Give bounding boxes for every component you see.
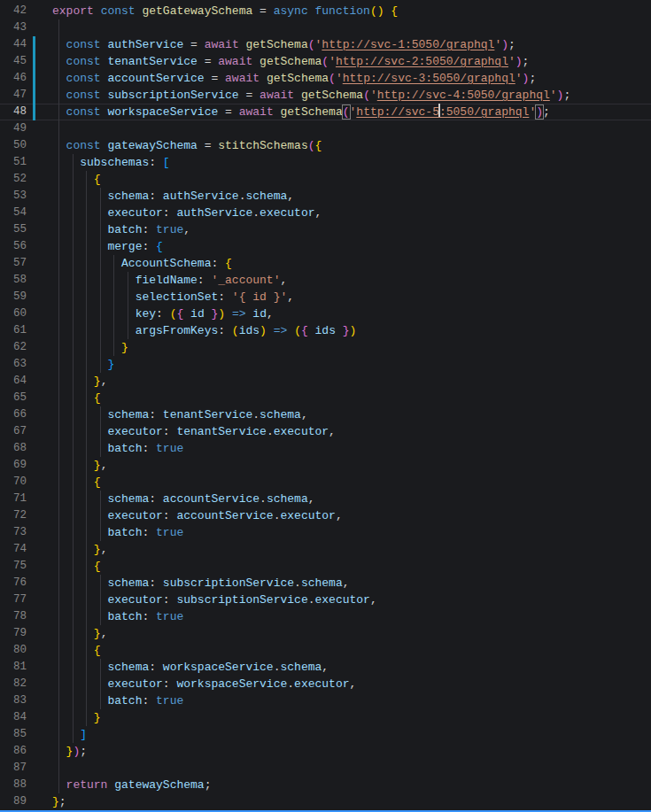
gutter[interactable]: 82 xyxy=(0,676,52,692)
code-line-57[interactable]: 57 AccountSchema: { xyxy=(0,255,651,272)
line-number[interactable]: 71 xyxy=(0,491,27,507)
line-number[interactable]: 79 xyxy=(0,625,27,642)
gutter[interactable]: 71 xyxy=(0,491,52,507)
code-line-63[interactable]: 63 } xyxy=(0,356,651,373)
gutter[interactable]: 88 xyxy=(0,777,52,793)
line-number[interactable]: 80 xyxy=(0,642,27,659)
line-number[interactable]: 55 xyxy=(0,221,27,238)
gutter[interactable]: 59 xyxy=(0,289,52,305)
gutter[interactable]: 49 xyxy=(0,120,52,137)
line-number[interactable]: 62 xyxy=(0,339,27,356)
code-line-72[interactable]: 72 executor: accountService.executor, xyxy=(0,507,651,524)
line-number[interactable]: 89 xyxy=(0,793,27,810)
code-line-74[interactable]: 74 }, xyxy=(0,541,651,558)
line-number[interactable]: 82 xyxy=(0,676,27,692)
code-line-71[interactable]: 71 schema: accountService.schema, xyxy=(0,491,651,507)
line-number[interactable]: 78 xyxy=(0,608,27,625)
code-line-84[interactable]: 84 } xyxy=(0,709,651,726)
code-line-44[interactable]: 44 const authService = await getSchema('… xyxy=(0,36,651,53)
line-number[interactable]: 72 xyxy=(0,507,27,524)
gutter[interactable]: 47 xyxy=(0,87,52,104)
line-number[interactable]: 42 xyxy=(0,3,27,19)
gutter[interactable]: 56 xyxy=(0,238,52,255)
code-line-58[interactable]: 58 fieldName: '_account', xyxy=(0,272,651,289)
gutter[interactable]: 42 xyxy=(0,3,52,19)
code-line-65[interactable]: 65 { xyxy=(0,390,651,406)
gutter[interactable]: 43 xyxy=(0,19,52,36)
line-number[interactable]: 69 xyxy=(0,457,27,474)
gutter[interactable]: 69 xyxy=(0,457,52,474)
gutter[interactable]: 73 xyxy=(0,524,52,541)
gutter[interactable]: 68 xyxy=(0,440,52,457)
code-line-80[interactable]: 80 { xyxy=(0,642,651,659)
code-line-50[interactable]: 50 const gatewaySchema = stitchSchemas({ xyxy=(0,137,651,154)
code-line-70[interactable]: 70 { xyxy=(0,474,651,491)
code-line-59[interactable]: 59 selectionSet: '{ id }', xyxy=(0,289,651,305)
line-number[interactable]: 65 xyxy=(0,390,27,406)
code-line-85[interactable]: 85 ] xyxy=(0,726,651,743)
gutter[interactable]: 74 xyxy=(0,541,52,558)
code-line-64[interactable]: 64 }, xyxy=(0,373,651,390)
gutter[interactable]: 89 xyxy=(0,793,52,810)
gutter[interactable]: 61 xyxy=(0,322,52,339)
code-line-67[interactable]: 67 executor: tenantService.executor, xyxy=(0,423,651,440)
line-number[interactable]: 64 xyxy=(0,373,27,390)
line-number[interactable]: 46 xyxy=(0,70,27,87)
line-number[interactable]: 54 xyxy=(0,205,27,221)
line-number[interactable]: 60 xyxy=(0,305,27,322)
gutter[interactable]: 81 xyxy=(0,659,52,676)
line-number[interactable]: 50 xyxy=(0,137,27,154)
gutter[interactable]: 45 xyxy=(0,53,52,70)
line-number[interactable]: 43 xyxy=(0,19,27,36)
gutter[interactable]: 65 xyxy=(0,390,52,406)
gutter[interactable]: 44 xyxy=(0,36,52,53)
gutter[interactable]: 66 xyxy=(0,406,52,423)
code-line-42[interactable]: 42export const getGatewaySchema = async … xyxy=(0,3,651,19)
line-number[interactable]: 57 xyxy=(0,255,27,272)
code-line-45[interactable]: 45 const tenantService = await getSchema… xyxy=(0,53,651,70)
code-line-83[interactable]: 83 batch: true xyxy=(0,692,651,709)
code-line-81[interactable]: 81 schema: workspaceService.schema, xyxy=(0,659,651,676)
code-line-49[interactable]: 49 xyxy=(0,120,651,137)
line-number[interactable]: 52 xyxy=(0,171,27,188)
line-number[interactable]: 83 xyxy=(0,692,27,709)
line-number[interactable]: 63 xyxy=(0,356,27,373)
code-line-60[interactable]: 60 key: ({ id }) => id, xyxy=(0,305,651,322)
line-number[interactable]: 85 xyxy=(0,726,27,743)
line-number[interactable]: 45 xyxy=(0,53,27,70)
code-line-47[interactable]: 47 const subscriptionService = await get… xyxy=(0,87,651,104)
gutter[interactable]: 86 xyxy=(0,743,52,760)
line-number[interactable]: 61 xyxy=(0,322,27,339)
line-number[interactable]: 75 xyxy=(0,558,27,575)
code-line-51[interactable]: 51 subschemas: [ xyxy=(0,154,651,171)
gutter[interactable]: 46 xyxy=(0,70,52,87)
gutter[interactable]: 60 xyxy=(0,305,52,322)
gutter[interactable]: 76 xyxy=(0,575,52,592)
code-line-62[interactable]: 62 } xyxy=(0,339,651,356)
code-line-88[interactable]: 88 return gatewaySchema; xyxy=(0,777,651,793)
line-number[interactable]: 67 xyxy=(0,423,27,440)
line-number[interactable]: 81 xyxy=(0,659,27,676)
code-line-61[interactable]: 61 argsFromKeys: (ids) => ({ ids }) xyxy=(0,322,651,339)
gutter[interactable]: 84 xyxy=(0,709,52,726)
gutter[interactable]: 70 xyxy=(0,474,52,491)
gutter[interactable]: 78 xyxy=(0,608,52,625)
line-number[interactable]: 59 xyxy=(0,289,27,305)
code-line-68[interactable]: 68 batch: true xyxy=(0,440,651,457)
code-line-78[interactable]: 78 batch: true xyxy=(0,608,651,625)
line-number[interactable]: 70 xyxy=(0,474,27,491)
code-line-43[interactable]: 43 xyxy=(0,19,651,36)
code-line-82[interactable]: 82 executor: workspaceService.executor, xyxy=(0,676,651,692)
line-number[interactable]: 84 xyxy=(0,709,27,726)
line-number[interactable]: 48 xyxy=(0,104,27,120)
line-number[interactable]: 66 xyxy=(0,406,27,423)
line-number[interactable]: 53 xyxy=(0,188,27,205)
code-line-87[interactable]: 87 xyxy=(0,760,651,777)
gutter[interactable]: 87 xyxy=(0,760,52,777)
code-line-89[interactable]: 89}; xyxy=(0,793,651,810)
gutter[interactable]: 79 xyxy=(0,625,52,642)
code-area[interactable]: 42export const getGatewaySchema = async … xyxy=(0,0,651,810)
gutter[interactable]: 62 xyxy=(0,339,52,356)
line-number[interactable]: 49 xyxy=(0,120,27,137)
line-number[interactable]: 47 xyxy=(0,87,27,104)
